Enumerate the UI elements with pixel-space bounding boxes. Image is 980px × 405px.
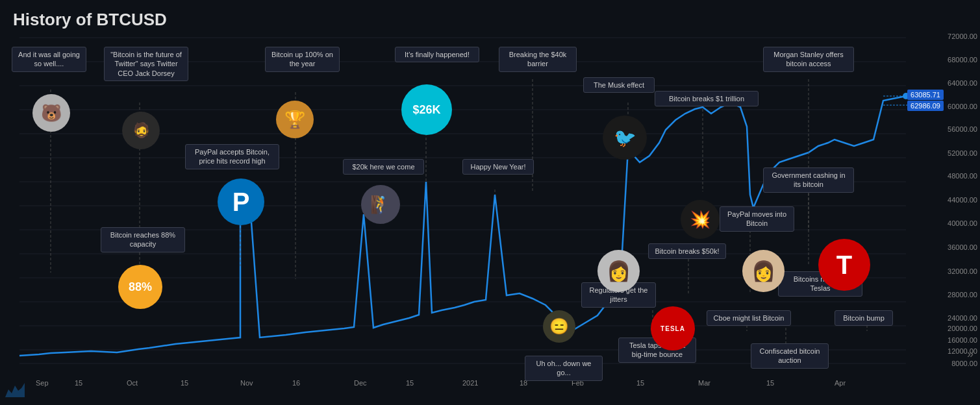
expand-button[interactable]: » — [967, 347, 974, 361]
y-label-20000: 20000.00 — [948, 325, 977, 332]
y-label-8000: 8000.00 — [951, 360, 977, 367]
x-label-nov: Nov — [240, 379, 253, 387]
y-label-32000: 32000.00 — [948, 267, 977, 275]
x-label-16: 16 — [292, 379, 300, 387]
x-label-2021: 2021 — [462, 379, 478, 387]
y-label-24000: 24000.00 — [948, 314, 977, 322]
x-label-18: 18 — [520, 379, 527, 387]
x-label-oct: Oct — [127, 379, 138, 387]
y-label-64000: 64000.00 — [948, 79, 977, 87]
tradingview-logo — [5, 383, 25, 400]
y-label-16000: 16000.00 — [948, 336, 977, 344]
y-label-52000: 52000.00 — [948, 149, 977, 157]
x-label-sep: Sep — [36, 379, 49, 387]
x-label-15a: 15 — [75, 379, 82, 387]
x-label-apr: Apr — [835, 379, 846, 387]
current-price-2: 62986.09 — [907, 101, 944, 111]
x-label-dec: Dec — [354, 379, 367, 387]
x-label-15d: 15 — [636, 379, 644, 387]
x-label-mar: Mar — [698, 379, 710, 387]
y-label-48000: 48000.00 — [948, 172, 977, 180]
x-label-15b: 15 — [181, 379, 188, 387]
x-label-15c: 15 — [406, 379, 414, 387]
y-label-44000: 44000.00 — [948, 196, 977, 204]
y-label-72000: 72000.00 — [948, 32, 977, 40]
y-label-68000: 68000.00 — [948, 56, 977, 64]
y-label-60000: 60000.00 — [948, 103, 977, 110]
y-label-40000: 40000.00 — [948, 219, 977, 227]
y-label-36000: 36000.00 — [948, 243, 977, 251]
price-chart — [0, 0, 980, 405]
y-label-56000: 56000.00 — [948, 125, 977, 133]
x-label-15e: 15 — [766, 379, 774, 387]
x-label-feb: Feb — [572, 379, 584, 387]
current-price-1: 63085.71 — [907, 90, 944, 100]
y-label-28000: 28000.00 — [948, 291, 977, 299]
